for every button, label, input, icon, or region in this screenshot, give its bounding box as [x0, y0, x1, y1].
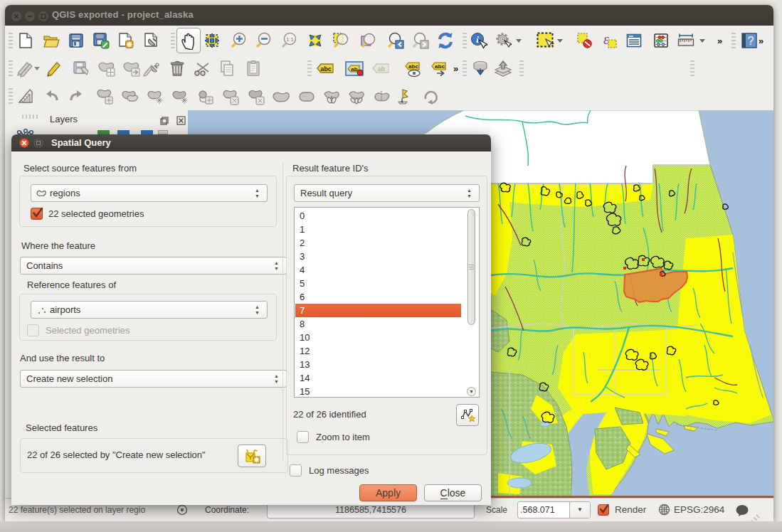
svg-text:ab: ab [378, 65, 386, 73]
svg-text:ε: ε [603, 32, 609, 47]
svg-text:i: i [476, 34, 479, 45]
svg-text:ab: ab [351, 66, 357, 73]
svg-text:abc: abc [408, 63, 418, 70]
svg-text:abc: abc [435, 63, 445, 70]
svg-text:?: ? [748, 35, 754, 47]
svg-text:1:1: 1:1 [286, 36, 293, 43]
svg-text:abc: abc [320, 65, 332, 73]
